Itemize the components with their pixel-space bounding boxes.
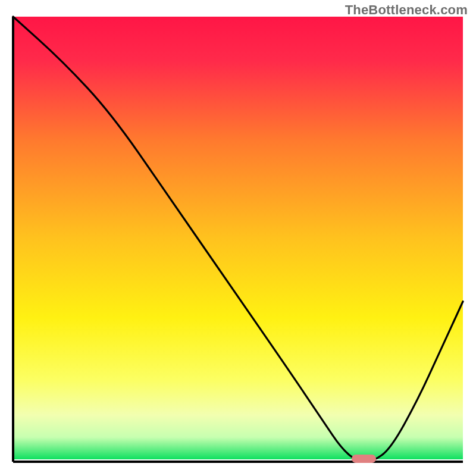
chart-container: TheBottleneck.com — [0, 0, 476, 476]
gradient-plot-area — [13, 17, 463, 459]
optimal-range-marker — [352, 455, 377, 463]
bottleneck-chart — [0, 0, 476, 476]
watermark-text: TheBottleneck.com — [345, 2, 468, 18]
